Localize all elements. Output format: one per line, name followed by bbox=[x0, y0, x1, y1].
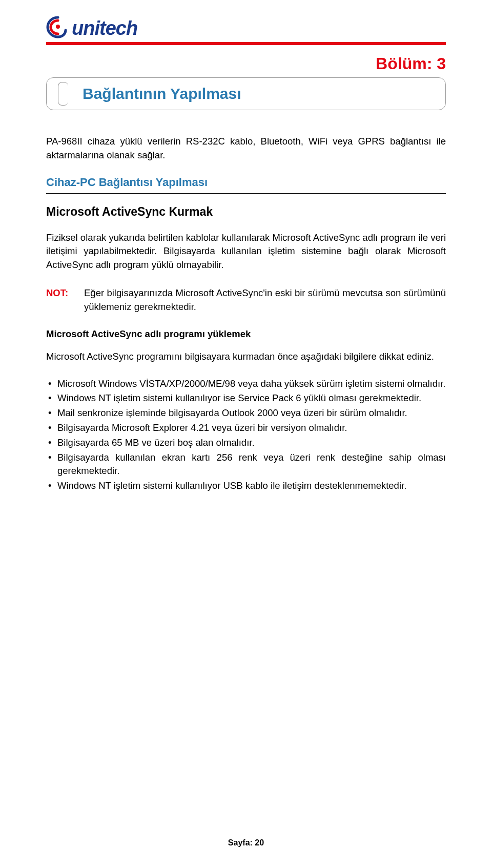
title-box: Bağlantının Yapılması bbox=[46, 77, 446, 110]
list-item: Mail senkronize işleminde bilgisayarda O… bbox=[46, 406, 446, 420]
paragraph-2: Microsoft ActiveSync programını bilgisay… bbox=[46, 350, 446, 364]
note-text: Eğer bilgisayarınızda Microsoft ActiveSy… bbox=[84, 286, 446, 314]
list-item: Bilgisayarda kullanılan ekran kartı 256 … bbox=[46, 451, 446, 479]
list-item: Windows NT işletim sistemi kullanılıyor … bbox=[46, 479, 446, 493]
list-item: Microsoft Windows VİSTA/XP/2000/ME/98 ve… bbox=[46, 377, 446, 391]
subheading-install: Microsoft ActiveSync adlı programı yükle… bbox=[46, 328, 446, 340]
svg-point-0 bbox=[56, 25, 60, 29]
page-footer: Sayfa: 20 bbox=[0, 838, 492, 848]
section-divider bbox=[46, 193, 446, 194]
intro-paragraph: PA-968II cihaza yüklü verilerin RS-232C … bbox=[46, 135, 446, 162]
title-box-decor bbox=[58, 82, 68, 106]
section-heading: Cihaz-PC Bağlantısı Yapılması bbox=[46, 176, 446, 189]
note-block: NOT: Eğer bilgisayarınızda Microsoft Act… bbox=[46, 286, 446, 314]
logo-swirl-icon bbox=[46, 15, 70, 39]
document-page: unitech Bölüm: 3 Bağlantının Yapılması P… bbox=[0, 0, 492, 514]
list-item: Windows NT işletim sistemi kullanılıyor … bbox=[46, 391, 446, 405]
header-divider bbox=[46, 42, 446, 45]
subheading-setup: Microsoft ActiveSync Kurmak bbox=[46, 205, 446, 219]
requirements-list: Microsoft Windows VİSTA/XP/2000/ME/98 ve… bbox=[46, 377, 446, 493]
chapter-label: Bölüm: 3 bbox=[46, 54, 446, 73]
note-label: NOT: bbox=[46, 286, 84, 314]
header-logo: unitech bbox=[46, 15, 446, 39]
logo-text: unitech bbox=[72, 18, 137, 39]
paragraph-1: Fiziksel olarak yukarıda belirtilen kabl… bbox=[46, 231, 446, 272]
page-title: Bağlantının Yapılması bbox=[83, 85, 445, 102]
list-item: Bilgisayarda Microsoft Explorer 4.21 vey… bbox=[46, 421, 446, 435]
list-item: Bilgisayarda 65 MB ve üzeri boş alan olm… bbox=[46, 436, 446, 450]
